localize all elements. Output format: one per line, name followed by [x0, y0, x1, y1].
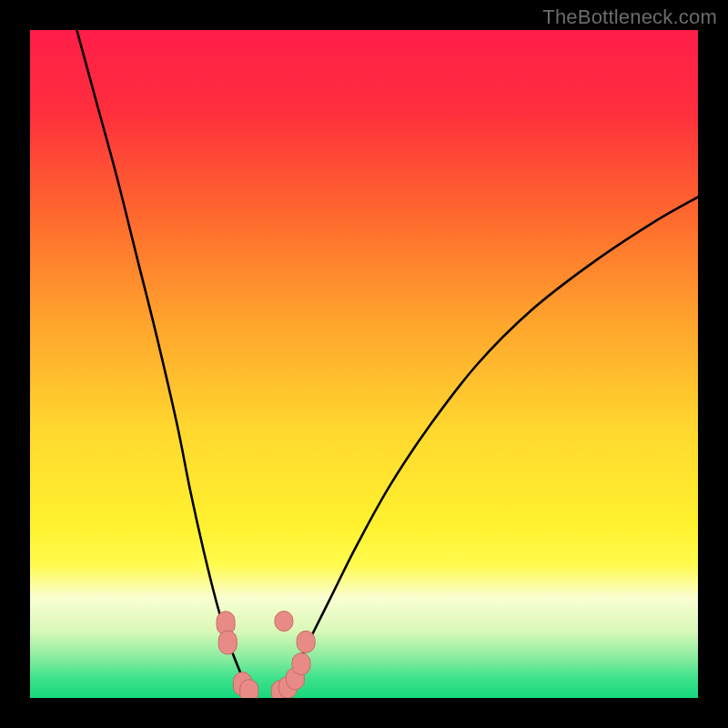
- chart-svg: [30, 30, 698, 698]
- marker-dot: [292, 653, 310, 675]
- marker-dot: [297, 631, 315, 652]
- outer-frame: TheBottleneck.com: [0, 0, 728, 728]
- marker-dot: [275, 612, 293, 632]
- chart-background-gradient: [30, 30, 698, 698]
- watermark-text: TheBottleneck.com: [542, 5, 717, 29]
- chart-plot-area: [30, 30, 698, 698]
- marker-dot: [240, 680, 258, 698]
- marker-dot: [218, 631, 237, 654]
